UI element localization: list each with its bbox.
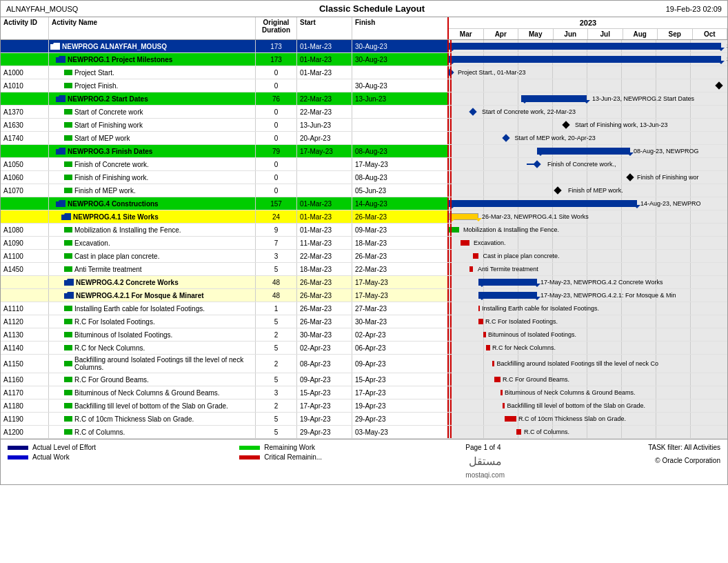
cell-start	[297, 79, 352, 92]
activity-name-text: Finish of MEP work.	[74, 187, 136, 195]
gantt-grid-line	[587, 66, 587, 79]
table-row: NEWPROG.4.2.1 For Mosque & Minaret 48 26…	[1, 289, 727, 302]
cell-activity-id: A1110	[1, 302, 49, 315]
folder-icon	[56, 95, 65, 103]
gantt-diamond	[502, 134, 509, 141]
cell-start: 02-Apr-23	[297, 342, 352, 354]
start-text: 01-Mar-23	[300, 43, 332, 50]
current-date-line	[450, 413, 452, 425]
gantt-label: 13-Jun-23, NEWPROG.2 Start Dates	[592, 95, 694, 102]
cell-start: 22-Mar-23	[297, 250, 352, 262]
cell-activity-name: NEWPROG.2 Start Dates	[49, 92, 256, 105]
activity-name-text: Start of Finishing work	[74, 121, 143, 129]
gantt-bar	[494, 377, 501, 382]
gantt-bar	[486, 345, 490, 350]
duration-text: 3	[274, 389, 279, 397]
gantt-grid-line	[621, 342, 622, 354]
finish-text: 30-Aug-23	[355, 56, 387, 63]
activity-icon	[64, 188, 72, 193]
gantt-grid-line	[656, 132, 656, 144]
cell-duration: 0	[256, 171, 297, 184]
cell-duration: 3	[256, 250, 297, 262]
gantt-label: Finish of MEP work.	[568, 187, 623, 194]
gantt-label: 17-May-23, NEWPROG.4.2 Concrete Works	[540, 279, 663, 286]
gantt-grid-line	[518, 145, 518, 157]
gantt-grid-line	[621, 250, 622, 262]
gantt-month-aug: Aug	[623, 29, 658, 39]
gantt-grid-line	[587, 237, 587, 249]
legend-bar-2	[8, 455, 28, 460]
cell-finish	[352, 66, 407, 79]
folder-icon	[56, 55, 65, 63]
finish-text: 17-May-23	[355, 292, 388, 299]
gantt-grid-line	[449, 106, 449, 118]
current-date-line	[450, 263, 452, 275]
finish-text: 13-Jun-23	[355, 95, 386, 103]
gantt-grid-line	[656, 373, 656, 386]
gantt-grid-line	[449, 413, 449, 425]
current-date-line	[450, 145, 452, 157]
cell-activity-name: Installing Earth cable for Isolated Foot…	[49, 302, 256, 315]
legend-bar-4	[239, 455, 260, 460]
cell-activity-id: A1180	[1, 399, 49, 412]
cell-duration: 0	[256, 106, 297, 118]
cell-duration: 173	[256, 53, 297, 66]
gantt-grid-line	[449, 158, 449, 170]
gantt-grid-line	[690, 315, 691, 328]
cell-finish: 30-Mar-23	[352, 315, 407, 328]
activity-icon	[64, 345, 72, 350]
gantt-bar	[492, 361, 495, 366]
cell-finish: 22-Mar-23	[352, 263, 407, 275]
folder-icon	[64, 291, 74, 299]
duration-text: 9	[274, 226, 279, 234]
cell-activity-name: R.C of Columns.	[49, 426, 256, 438]
finish-text: 26-Mar-23	[355, 253, 387, 260]
cell-start: 29-Apr-23	[297, 426, 352, 438]
cell-activity-name: Project Start.	[49, 66, 256, 79]
cell-start: 01-Mar-23	[297, 224, 352, 236]
cell-start	[297, 158, 352, 170]
cell-finish: 29-Apr-23	[352, 413, 407, 425]
legend-bar-1	[8, 446, 28, 450]
cell-duration: 5	[256, 263, 297, 275]
cell-duration: 5	[256, 413, 297, 425]
col-header-orig-dur: Original Duration	[256, 17, 297, 39]
gantt-grid-line	[656, 237, 656, 249]
activity-id-text: A1140	[3, 344, 23, 352]
finish-text: 14-Aug-23	[355, 200, 387, 208]
activity-id-text: A1160	[3, 376, 23, 384]
layout-title: Classic Schedule Layout	[319, 3, 425, 14]
gantt-grid-line	[621, 263, 622, 275]
start-text: 19-Apr-23	[300, 415, 330, 423]
gantt-grid-line	[587, 106, 587, 118]
gantt-diamond	[554, 186, 561, 194]
cell-duration: 2	[256, 355, 297, 373]
cell-activity-name: NEWPROG.4.2 Concrete Works	[49, 276, 256, 288]
activity-icon	[64, 377, 72, 382]
gantt-grid-line	[656, 342, 656, 354]
footer: Actual Level of Effort Actual Work Remai…	[1, 439, 727, 484]
current-date-line	[450, 328, 452, 341]
gantt-bar	[516, 429, 522, 435]
cell-start: 22-Mar-23	[297, 92, 352, 105]
table-row: NEWPROG.4.2 Concrete Works 48 26-Mar-23 …	[1, 276, 727, 289]
current-date-line	[450, 53, 452, 66]
gantt-grid-line	[483, 373, 484, 386]
page-info: Page 1 of 4 مستقلmostaqi.com	[465, 444, 505, 480]
gantt-grid-line	[449, 276, 449, 288]
cell-activity-id: A1160	[1, 373, 49, 386]
duration-text: 0	[274, 135, 279, 142]
cell-activity-name: Start of MEP work	[49, 132, 256, 144]
cell-start: 26-Mar-23	[297, 276, 352, 288]
cell-duration: 157	[256, 197, 297, 210]
gantt-grid-line	[656, 302, 656, 315]
activity-name-text: NEWPROG ALNAYFAH_MOUSQ	[62, 43, 167, 50]
cell-duration: 79	[256, 145, 297, 157]
cell-activity-id: A1090	[1, 237, 49, 249]
gantt-grid-line	[483, 158, 484, 170]
activity-name-text: Bituminous of Neck Columns & Ground Beam…	[74, 389, 220, 397]
gantt-summary-bar	[478, 279, 538, 286]
current-date-line	[450, 184, 452, 197]
duration-text: 173	[270, 56, 282, 63]
cell-activity-id: A1100	[1, 250, 49, 262]
